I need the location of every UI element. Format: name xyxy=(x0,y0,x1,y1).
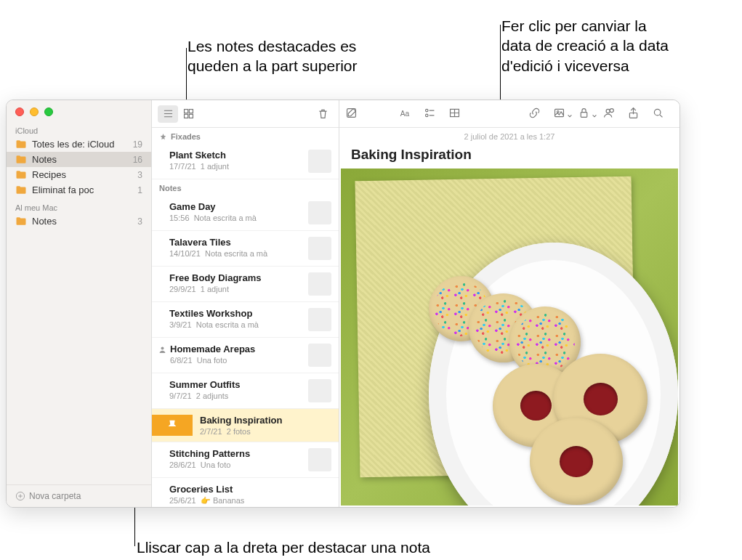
note-item[interactable]: Homemade Arepas 6/8/21 Una foto xyxy=(152,338,339,373)
minimize-icon[interactable] xyxy=(30,107,39,116)
table-icon xyxy=(448,107,461,119)
link-button[interactable] xyxy=(528,107,550,121)
compose-button[interactable] xyxy=(345,107,367,121)
search-button[interactable] xyxy=(652,107,674,121)
detail-toolbar: Aa xyxy=(339,100,680,128)
note-title: Talavera Tiles xyxy=(169,237,304,248)
note-item[interactable]: Talavera Tiles 14/10/21 Nota escrita a m… xyxy=(152,231,339,267)
note-item[interactable]: Textiles Workshop 3/9/21 Nota escrita a … xyxy=(152,302,339,338)
svg-rect-2 xyxy=(189,110,193,113)
callout-swipe: Lliscar cap a la dreta per destacar una … xyxy=(137,537,430,557)
note-title: Baking Inspiration xyxy=(200,415,327,426)
media-button[interactable] xyxy=(553,107,575,121)
notes-header: Notes xyxy=(152,179,339,195)
note-item[interactable]: Groceries List 25/6/21 👉 Bananas xyxy=(152,478,339,507)
note-item[interactable]: Summer Outfits 9/7/21 2 adjunts xyxy=(152,373,339,409)
list-view-button[interactable] xyxy=(158,105,178,123)
note-meta: 28/6/21 Una foto xyxy=(169,460,304,469)
folder-icon xyxy=(15,155,27,164)
checklist-button[interactable] xyxy=(424,107,445,121)
collaborate-button[interactable] xyxy=(602,107,624,121)
note-meta: 29/9/21 1 adjunt xyxy=(169,285,304,293)
note-title: Textiles Workshop xyxy=(169,308,304,319)
new-folder-button[interactable]: Nova carpeta xyxy=(7,484,151,507)
svg-point-14 xyxy=(606,109,610,113)
folder-count: 3 xyxy=(137,216,142,227)
folder-count: 19 xyxy=(133,139,142,150)
delete-button[interactable] xyxy=(312,105,333,123)
sidebar-section-local: Al meu Mac xyxy=(7,198,151,214)
callout-pinned: Les notes destacades es queden a la part… xyxy=(187,36,358,76)
list-icon xyxy=(162,107,174,120)
folder-local-notes[interactable]: Notes 3 xyxy=(7,214,151,229)
table-button[interactable] xyxy=(448,107,470,121)
note-item[interactable]: Free Body Diagrams 29/9/21 1 adjunt xyxy=(152,267,339,302)
note-thumbnail xyxy=(308,308,331,331)
svg-point-9 xyxy=(426,114,428,116)
note-item[interactable]: Game Day 15:56 Nota escrita a mà xyxy=(152,195,339,231)
shared-icon xyxy=(158,345,167,354)
pinned-header-label: Fixades xyxy=(171,132,201,141)
pin-icon xyxy=(166,419,179,432)
note-photo xyxy=(341,169,678,506)
folder-trash[interactable]: Eliminat fa poc 1 xyxy=(7,182,151,198)
note-title: Groceries List xyxy=(169,484,327,495)
link-icon xyxy=(528,107,541,119)
note-meta: 14/10/21 Nota escrita a mà xyxy=(169,249,304,258)
note-meta: 9/7/21 2 adjunts xyxy=(169,391,304,400)
folder-notes[interactable]: Notes 16 xyxy=(7,152,151,167)
svg-point-12 xyxy=(557,110,560,113)
window-controls xyxy=(7,100,151,121)
grid-icon xyxy=(182,107,195,120)
photo-icon xyxy=(553,107,565,119)
note-title: Summer Outfits xyxy=(169,379,304,390)
note-meta: 15:56 Nota escrita a mà xyxy=(169,214,304,222)
person-add-icon xyxy=(602,107,615,119)
svg-point-5 xyxy=(161,347,164,350)
note-detail-title[interactable]: Baking Inspiration xyxy=(339,145,680,169)
list-scroll[interactable]: Fixades Plant Sketch 17/7/21 1 adjunt No… xyxy=(152,128,339,507)
notes-list-column: Fixades Plant Sketch 17/7/21 1 adjunt No… xyxy=(152,100,339,507)
note-thumbnail xyxy=(308,379,331,402)
note-date[interactable]: 2 juliol de 2021 a les 1:27 xyxy=(339,128,680,145)
folder-icon xyxy=(15,170,27,179)
note-item[interactable]: Plant Sketch 17/7/21 1 adjunt xyxy=(152,144,339,179)
svg-point-17 xyxy=(654,109,661,115)
note-title: Free Body Diagrams xyxy=(169,272,304,283)
new-folder-label: Nova carpeta xyxy=(29,491,81,501)
folder-count: 3 xyxy=(137,170,142,180)
svg-text:Aa: Aa xyxy=(400,109,410,117)
share-icon xyxy=(627,107,640,119)
folder-count: 1 xyxy=(137,185,142,195)
sidebar: iCloud Totes les de: iCloud 19 Notes 16 … xyxy=(7,100,152,507)
notes-window: iCloud Totes les de: iCloud 19 Notes 16 … xyxy=(6,100,680,508)
grid-view-button[interactable] xyxy=(178,105,198,123)
chevron-down-icon xyxy=(567,113,573,119)
note-thumbnail xyxy=(308,448,331,471)
folder-all-icloud[interactable]: Totes les de: iCloud 19 xyxy=(7,137,151,152)
folder-icon xyxy=(15,216,27,226)
trash-icon xyxy=(317,107,329,120)
note-title: Stitching Patterns xyxy=(169,448,304,459)
note-item-selected[interactable]: Baking Inspiration 2/7/21 2 fotos xyxy=(152,409,339,442)
svg-point-8 xyxy=(426,109,428,111)
note-meta: 3/9/21 Nota escrita a mà xyxy=(169,320,304,329)
folder-label: Recipes xyxy=(32,169,137,180)
note-title: Plant Sketch xyxy=(169,150,304,161)
note-thumbnail xyxy=(308,272,331,296)
folder-recipes[interactable]: Recipes 3 xyxy=(7,167,151,182)
lock-button[interactable] xyxy=(578,107,600,121)
swipe-pin-action[interactable] xyxy=(152,415,193,436)
format-button[interactable]: Aa xyxy=(399,107,421,121)
close-icon[interactable] xyxy=(15,107,24,116)
zoom-icon[interactable] xyxy=(44,107,53,116)
svg-rect-1 xyxy=(184,110,187,113)
folder-label: Totes les de: iCloud xyxy=(32,139,133,150)
svg-rect-4 xyxy=(189,114,193,118)
share-button[interactable] xyxy=(627,107,649,121)
svg-rect-13 xyxy=(581,112,587,117)
svg-rect-3 xyxy=(184,114,187,118)
lock-icon xyxy=(578,107,590,119)
note-item[interactable]: Stitching Patterns 28/6/21 Una foto xyxy=(152,442,339,478)
note-title: Homemade Arepas xyxy=(170,344,304,354)
